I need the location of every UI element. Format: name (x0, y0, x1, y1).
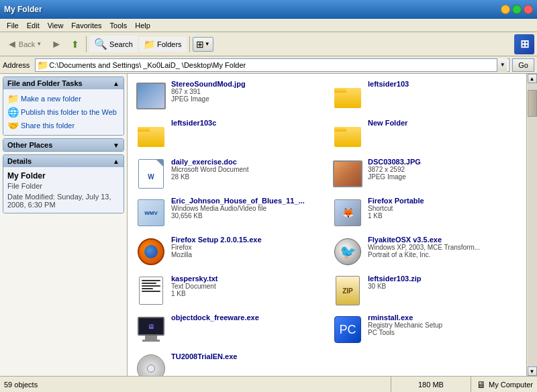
maximize-button[interactable] (512, 5, 522, 14)
task-publish-folder[interactable]: 🌐 Publish this folder to the Web (7, 105, 119, 119)
go-button[interactable]: Go (512, 58, 534, 72)
details-folder-name: My Folder (7, 171, 119, 181)
share-icon: 🤝 (7, 120, 18, 131)
address-dropdown-button[interactable]: ▼ (497, 58, 507, 72)
file-info: objectdock_freeware.exe (171, 313, 322, 322)
list-item[interactable]: leftsider103c (130, 115, 327, 154)
list-item[interactable]: StereoSoundMod.jpg 867 x 391 JPEG Image (130, 77, 327, 115)
file-info: FlyakiteOSX v3.5.exe Windows XP, 2003, M… (368, 236, 519, 258)
file-size: 28 KB (171, 173, 322, 181)
flyakite-icon: 🐦 (334, 238, 361, 265)
jpg-thumbnail (333, 160, 362, 187)
address-bar: Address 📁 C:\Documents and Settings\ _Ko… (0, 56, 537, 74)
list-item[interactable]: ZIP leftsider103.zip 30 KB (327, 271, 524, 310)
status-objects: 59 objects (4, 381, 391, 389)
toolbar: ◄ Back ▼ ► ⬆ 🔍 Search 📁 Folders ⊞ ▼ ⊞ (0, 32, 537, 56)
file-info: rminstall.exe Registry Mechanic Setup PC… (368, 313, 519, 336)
file-folder-tasks-body: 📁 Make a new folder 🌐 Publish this folde… (3, 89, 124, 135)
forward-arrow-icon: ► (51, 38, 62, 50)
folders-button[interactable]: 📁 Folders (139, 37, 187, 52)
list-item[interactable]: W daily_exercise.doc Microsoft Word Docu… (130, 154, 327, 193)
details-folder-type: File Folder (7, 182, 119, 190)
list-item[interactable]: leftsider103 (327, 77, 524, 115)
details-toggle-icon: ▲ (113, 158, 119, 165)
up-button[interactable]: ⬆ (67, 36, 83, 52)
minimize-button[interactable] (501, 5, 510, 14)
list-item[interactable]: DSC03083.JPG 3872 x 2592 JPEG Image (327, 154, 524, 193)
menu-tools[interactable]: Tools (106, 20, 132, 31)
list-item[interactable]: 🦊 Firefox Portable Shortcut 1 KB (327, 193, 524, 232)
list-item[interactable]: Firefox Setup 2.0.0.15.exe Firefox Mozil… (130, 232, 327, 271)
list-item[interactable]: TU2008TrialEN.exe (130, 349, 327, 376)
file-icon: 🦊 (332, 197, 364, 229)
task-new-folder-label: Make a new folder (21, 95, 81, 103)
file-area: StereoSoundMod.jpg 867 x 391 JPEG Image … (128, 74, 526, 376)
back-button[interactable]: ◄ Back ▼ (3, 36, 46, 53)
file-size: 867 x 391 (171, 88, 322, 95)
menu-bar: File Edit View Favorites Tools Help (0, 19, 537, 32)
list-item[interactable]: 🖥 objectdock_freeware.exe (130, 310, 327, 349)
file-type: Text Document (171, 283, 322, 290)
file-type: Shortcut (368, 205, 519, 212)
view-grid-icon: ⊞ (196, 39, 204, 50)
pc-icon: PC (334, 316, 361, 343)
close-button[interactable] (524, 5, 533, 14)
scroll-down-button[interactable]: ▼ (528, 366, 537, 376)
toolbar-separator-2 (189, 36, 190, 52)
toolbar-separator-1 (86, 36, 87, 52)
task-publish-label: Publish this folder to the Web (21, 108, 117, 116)
up-arrow-icon: ⬆ (71, 39, 79, 50)
address-input-wrap: 📁 C:\Documents and Settings\ _Ko0LaiD_ \… (35, 58, 509, 72)
file-icon (135, 119, 167, 151)
left-panel: File and Folder Tasks ▲ 📁 Make a new fol… (0, 74, 128, 376)
details-section: Details ▲ My Folder File Folder Date Mod… (3, 154, 124, 213)
file-icon (135, 236, 167, 268)
scrollbar[interactable]: ▲ ▼ (526, 74, 537, 376)
menu-view[interactable]: View (44, 20, 68, 31)
title-bar-buttons (501, 5, 533, 14)
file-size: Portrait of a Kite, Inc. (368, 251, 519, 258)
forward-button[interactable]: ► (47, 36, 66, 53)
status-bar: 59 objects 180 MB 🖥 My Computer (0, 376, 537, 392)
main-content: File and Folder Tasks ▲ 📁 Make a new fol… (0, 74, 537, 376)
menu-help[interactable]: Help (131, 20, 154, 31)
file-name: StereoSoundMod.jpg (171, 80, 322, 88)
file-folder-tasks-header[interactable]: File and Folder Tasks ▲ (3, 77, 124, 89)
address-text[interactable]: C:\Documents and Settings\ _Ko0LaiD_ \De… (49, 61, 497, 69)
list-item[interactable]: 🐦 FlyakiteOSX v3.5.exe Windows XP, 2003,… (327, 232, 524, 271)
file-type: Windows Media Audio/Video file (171, 205, 322, 212)
scroll-thumb[interactable] (528, 90, 537, 117)
task-share-folder[interactable]: 🤝 Share this folder (7, 119, 119, 132)
details-title-header: Details (7, 157, 32, 165)
publish-icon: 🌐 (7, 107, 18, 117)
status-computer: 🖥 My Computer (471, 379, 533, 390)
details-header[interactable]: Details ▲ (3, 155, 124, 167)
menu-edit[interactable]: Edit (23, 20, 44, 31)
file-info: leftsider103c (171, 119, 322, 127)
search-button[interactable]: 🔍 Search (89, 36, 138, 52)
scroll-up-button[interactable]: ▲ (528, 74, 537, 83)
file-name: Firefox Setup 2.0.0.15.exe (171, 236, 322, 244)
task-new-folder[interactable]: 📁 Make a new folder (7, 92, 119, 105)
file-info: daily_exercise.doc Microsoft Word Docume… (171, 158, 322, 181)
file-name: TU2008TrialEN.exe (171, 352, 322, 360)
file-size: 1 KB (171, 290, 322, 297)
file-name: leftsider103 (368, 80, 519, 88)
list-item[interactable]: New Folder (327, 115, 524, 154)
file-icon (332, 119, 364, 151)
list-item[interactable]: Eric_Johnson_House_of_Blues_11_... Windo… (130, 193, 327, 232)
file-type: Registry Mechanic Setup (368, 322, 519, 329)
file-name: DSC03083.JPG (368, 158, 519, 166)
list-item[interactable]: PC rminstall.exe Registry Mechanic Setup… (327, 310, 524, 349)
view-button[interactable]: ⊞ ▼ (193, 37, 213, 52)
other-places-section: Other Places ▼ (3, 138, 124, 152)
list-item[interactable]: kaspersky.txt Text Document 1 KB (130, 271, 327, 310)
menu-favorites[interactable]: Favorites (67, 20, 105, 31)
file-info: Firefox Portable Shortcut 1 KB (368, 197, 519, 219)
search-label: Search (109, 40, 133, 48)
menu-file[interactable]: File (3, 20, 23, 31)
file-folder-tasks-title: File and Folder Tasks (7, 79, 83, 87)
firefox-icon (138, 238, 164, 265)
other-places-header[interactable]: Other Places ▼ (3, 139, 124, 151)
file-folder-tasks-section: File and Folder Tasks ▲ 📁 Make a new fol… (3, 77, 124, 136)
